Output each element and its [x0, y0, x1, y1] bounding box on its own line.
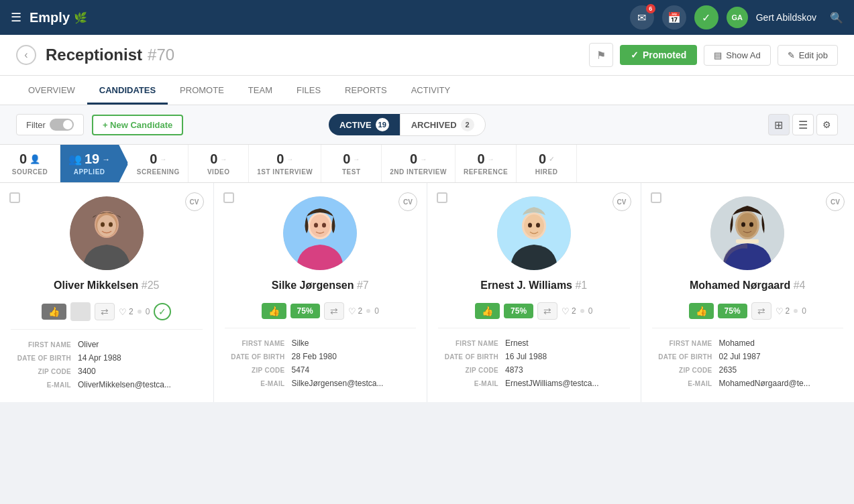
stage-1st-interview[interactable]: 0 → 1ST INTERVIEW	[249, 145, 321, 182]
tab-activity[interactable]: ACTIVITY	[399, 76, 463, 105]
thumbs-up-oliver[interactable]: 👍	[42, 304, 66, 320]
new-candidate-label: + New Candidate	[103, 120, 172, 130]
dob-value-ernest: 16 Jul 1988	[505, 352, 547, 361]
card-actions-oliver: 👍 ⇄ ♡ 2 0 ✓	[11, 302, 203, 321]
avatar-svg-ernest	[497, 196, 571, 270]
tab-promote[interactable]: PROMOTE	[168, 76, 236, 105]
cv-button-silke[interactable]: CV	[398, 192, 417, 211]
card-checkbox-silke[interactable]	[223, 192, 234, 203]
active-label: ACTIVE	[339, 120, 372, 130]
stage-video[interactable]: 0 → VIDEO	[189, 145, 249, 182]
applied-icon: 👥	[68, 153, 82, 166]
svg-point-15	[536, 223, 540, 228]
dob-label-s: DATE OF BIRTH	[225, 353, 292, 361]
dot-count-mohamed: 0	[802, 306, 806, 316]
new-candidate-button[interactable]: + New Candidate	[92, 115, 183, 135]
svg-point-14	[528, 223, 532, 228]
stage-screening[interactable]: 0 → SCREENING	[128, 145, 189, 182]
filter-button[interactable]: Filter	[16, 114, 84, 135]
cv-button-mohamed[interactable]: CV	[826, 192, 845, 211]
avatar-svg-silke	[283, 196, 357, 270]
applied-label: APPLIED	[74, 168, 105, 176]
list-view-button[interactable]: ☰	[792, 114, 814, 135]
thumbs-up-silke[interactable]: 👍	[262, 303, 286, 319]
avatar[interactable]: GA	[727, 7, 748, 28]
heart-oliver[interactable]: ♡ 2	[119, 307, 134, 317]
card-info-silke: FIRST NAME Silke DATE OF BIRTH 28 Feb 19…	[225, 328, 417, 390]
show-ad-icon: ▤	[714, 50, 722, 60]
stage-applied[interactable]: 👥 19 → APPLIED	[60, 145, 128, 182]
check-oliver[interactable]: ✓	[154, 303, 171, 320]
stage-reference[interactable]: 0 → REFERENCE	[456, 145, 517, 182]
back-button[interactable]: ‹	[16, 45, 36, 65]
move-button-mohamed[interactable]: ⇄	[751, 302, 771, 320]
thumbs-up-ernest[interactable]: 👍	[475, 303, 500, 319]
check-button[interactable]: ✓	[694, 5, 718, 29]
archived-count: 2	[461, 118, 474, 131]
thumbs-up-mohamed[interactable]: 👍	[689, 303, 714, 319]
stage-test[interactable]: 0 → TEST	[321, 145, 382, 182]
reference-label: REFERENCE	[464, 168, 508, 176]
tab-files[interactable]: FILES	[284, 76, 333, 105]
card-checkbox-oliver[interactable]	[9, 192, 20, 203]
dot-ernest	[580, 309, 584, 313]
dob-label-m: DATE OF BIRTH	[652, 353, 719, 361]
info-zip-ernest: ZIP CODE 4873	[438, 363, 630, 377]
archived-label: ARCHIVED	[411, 120, 457, 130]
active-tab[interactable]: ACTIVE 19	[329, 114, 400, 135]
archived-tab[interactable]: ARCHIVED 2	[400, 113, 486, 136]
card-info-mohamed: FIRST NAME Mohamed DATE OF BIRTH 02 Jul …	[652, 328, 844, 390]
tab-candidates[interactable]: CANDIDATES	[87, 76, 168, 105]
move-button-ernest[interactable]: ⇄	[537, 302, 557, 320]
filter-label: Filter	[26, 120, 46, 130]
heart-icon-silke: ♡	[348, 306, 356, 316]
cv-button-oliver[interactable]: CV	[185, 192, 204, 211]
card-info-ernest: FIRST NAME Ernest DATE OF BIRTH 16 Jul 1…	[438, 328, 630, 390]
candidates-grid: CV Oliver Mikkelsen #25 👍 ⇄ ♡	[0, 183, 854, 402]
video-count: 0	[210, 151, 217, 167]
edit-job-label: Edit job	[799, 50, 828, 60]
settings-button[interactable]: ⚙	[816, 114, 838, 135]
avatar-silke	[283, 196, 357, 270]
tab-overview[interactable]: OVERVIEW	[16, 76, 87, 105]
card-checkbox-ernest[interactable]	[437, 192, 447, 203]
zip-value-mohamed: 2635	[719, 365, 737, 375]
show-ad-button[interactable]: ▤ Show Ad	[704, 45, 770, 66]
filter-toggle[interactable]	[50, 119, 74, 131]
card-info-oliver: FIRST NAME Oliver DATE OF BIRTH 14 Apr 1…	[11, 329, 203, 391]
dob-label-e: DATE OF BIRTH	[438, 353, 505, 361]
move-button-silke[interactable]: ⇄	[324, 302, 344, 320]
avatar-oliver	[70, 196, 144, 270]
heart-ernest[interactable]: ♡ 2	[562, 306, 576, 316]
thumbs-down-oliver[interactable]	[70, 302, 91, 321]
flag-button[interactable]: ⚑	[589, 43, 613, 67]
search-icon[interactable]: 🔍	[830, 11, 843, 24]
stage-hired[interactable]: 0 ✓ HIRED	[517, 145, 577, 182]
firstname-label-s: FIRST NAME	[225, 340, 292, 347]
move-button-oliver[interactable]: ⇄	[95, 303, 115, 320]
stage-2nd-interview[interactable]: 0 → 2ND INTERVIEW	[382, 145, 456, 182]
zip-label-e: ZIP CODE	[438, 367, 505, 374]
cv-button-ernest[interactable]: CV	[612, 192, 631, 211]
zip-value-ernest: 4873	[505, 365, 523, 375]
calendar-button[interactable]: 📅	[662, 5, 686, 29]
mail-button[interactable]: ✉ 6	[630, 5, 654, 29]
filter-bar: Filter + New Candidate ACTIVE 19 ARCHIVE…	[0, 105, 854, 145]
tab-reports[interactable]: REPORTS	[333, 76, 399, 105]
heart-silke[interactable]: ♡ 2	[348, 306, 363, 316]
promoted-button[interactable]: ✓ Promoted	[620, 45, 697, 65]
stage-sourced[interactable]: 0 👤 SOURCED	[0, 145, 60, 182]
avatar-svg-oliver	[70, 196, 144, 270]
menu-icon[interactable]: ☰	[11, 10, 21, 25]
heart-icon-oliver: ♡	[119, 307, 127, 317]
info-firstname-oliver: FIRST NAME Oliver	[11, 338, 203, 351]
grid-view-button[interactable]: ⊞	[768, 114, 790, 135]
card-checkbox-mohamed[interactable]	[651, 192, 661, 203]
heart-mohamed[interactable]: ♡ 2	[776, 306, 790, 316]
show-ad-label: Show Ad	[726, 50, 760, 60]
title-actions: ⚑ ✓ Promoted ▤ Show Ad ✎ Edit job	[589, 43, 838, 67]
edit-job-button[interactable]: ✎ Edit job	[778, 45, 838, 66]
tab-team[interactable]: TEAM	[236, 76, 284, 105]
info-zip-silke: ZIP CODE 5474	[225, 363, 417, 377]
candidate-name-oliver: Oliver Mikkelsen #25	[54, 279, 159, 292]
